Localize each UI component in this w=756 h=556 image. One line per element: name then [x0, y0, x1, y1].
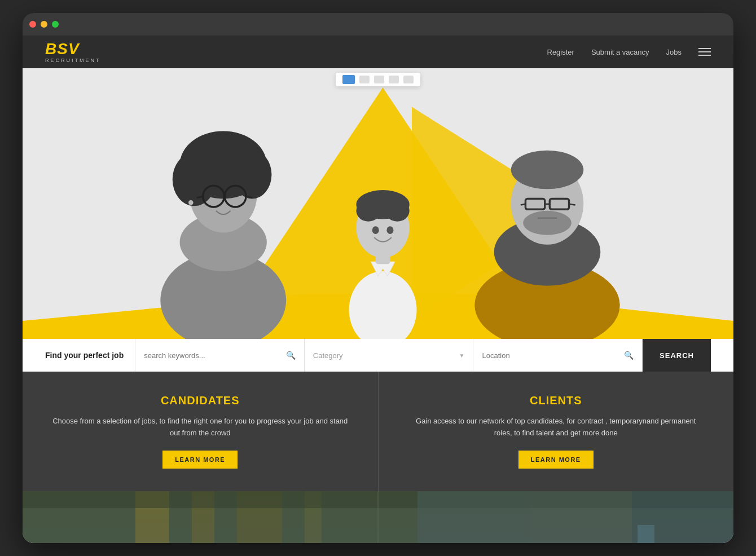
hero-toolbar-overlay — [23, 68, 733, 91]
svg-point-34 — [385, 200, 410, 222]
clients-title: CLIENTS — [530, 394, 582, 407]
location-field: 🔍 — [473, 339, 643, 372]
svg-line-26 — [569, 204, 575, 205]
keyword-search-icon: 🔍 — [286, 351, 296, 360]
nav-link-register[interactable]: Register — [547, 48, 574, 56]
website: BSV RECRUITMENT Register Submit a vacanc… — [23, 36, 733, 543]
svg-point-35 — [372, 226, 379, 234]
mini-bar-item-2 — [374, 76, 384, 83]
clients-section: CLIENTS Gain access to our network of to… — [379, 372, 734, 491]
svg-point-27 — [523, 211, 572, 235]
svg-point-33 — [356, 200, 380, 222]
svg-rect-49 — [23, 491, 733, 543]
search-bar: Find your perfect job 🔍 Category ▼ 🔍 — [23, 339, 733, 372]
hamburger-menu-icon[interactable] — [698, 48, 711, 56]
svg-rect-46 — [632, 491, 733, 543]
location-input[interactable] — [482, 351, 624, 360]
bottom-strip-svg — [23, 491, 733, 543]
svg-point-15 — [188, 200, 194, 205]
mini-bar-item-4 — [403, 76, 414, 83]
search-bar-container: Find your perfect job 🔍 Category ▼ 🔍 — [23, 339, 733, 372]
svg-rect-42 — [23, 491, 733, 508]
bottom-sections: CANDIDATES Choose from a selection of jo… — [23, 372, 733, 491]
category-field: Category ▼ — [305, 339, 474, 372]
nav-links: Register Submit a vacancy Jobs — [547, 48, 711, 56]
location-search-icon: 🔍 — [624, 351, 634, 360]
logo: BSV RECRUITMENT — [45, 41, 101, 63]
mini-bar-item-3 — [389, 76, 399, 83]
search-button[interactable]: SEARCH — [643, 339, 711, 372]
svg-rect-38 — [135, 491, 169, 543]
nav-link-jobs[interactable]: Jobs — [666, 48, 682, 56]
svg-line-25 — [521, 204, 526, 205]
svg-point-36 — [386, 226, 393, 234]
browser-content: BSV RECRUITMENT Register Submit a vacanc… — [23, 36, 733, 543]
navbar: BSV RECRUITMENT Register Submit a vacanc… — [23, 36, 733, 68]
svg-rect-40 — [237, 491, 282, 543]
mini-bar-blue-item — [342, 75, 355, 84]
keyword-input[interactable] — [144, 351, 286, 360]
bottom-image-strip — [23, 491, 733, 543]
browser-frame: BSV RECRUITMENT Register Submit a vacanc… — [23, 13, 733, 543]
svg-rect-37 — [23, 491, 733, 543]
hero-svg — [23, 68, 733, 339]
hero-mini-bar — [336, 73, 420, 86]
svg-point-21 — [511, 151, 584, 189]
clients-description: Gain access to our network of top candid… — [407, 416, 706, 439]
category-dropdown-icon: ▼ — [459, 352, 465, 359]
keyword-field: 🔍 — [135, 339, 305, 372]
svg-rect-45 — [530, 491, 632, 543]
hamburger-line-3 — [698, 55, 711, 56]
clients-learn-more-button[interactable]: LEARN MORE — [518, 451, 594, 469]
browser-toolbar — [23, 13, 733, 36]
hero-section — [23, 68, 733, 339]
category-select[interactable]: Category — [313, 351, 465, 360]
browser-dot-red[interactable] — [29, 21, 36, 28]
browser-dot-yellow[interactable] — [41, 21, 47, 28]
browser-dot-green[interactable] — [52, 21, 59, 28]
nav-link-submit-vacancy[interactable]: Submit a vacancy — [591, 48, 649, 56]
hamburger-line-1 — [698, 48, 711, 49]
hamburger-line-2 — [698, 51, 711, 52]
candidates-learn-more-button[interactable]: LEARN MORE — [162, 451, 238, 469]
logo-recruitment-text: RECRUITMENT — [45, 58, 101, 63]
candidates-section: CANDIDATES Choose from a selection of jo… — [23, 372, 379, 491]
svg-point-9 — [211, 134, 254, 167]
search-label: Find your perfect job — [45, 339, 135, 372]
svg-rect-44 — [417, 491, 530, 543]
logo-bsv-text: BSV — [45, 41, 80, 57]
svg-rect-48 — [638, 525, 654, 543]
candidates-title: CANDIDATES — [161, 394, 240, 407]
svg-rect-41 — [305, 491, 322, 543]
svg-rect-39 — [192, 491, 214, 543]
mini-bar-item-1 — [359, 76, 370, 83]
candidates-description: Choose from a selection of jobs, to find… — [51, 416, 350, 439]
